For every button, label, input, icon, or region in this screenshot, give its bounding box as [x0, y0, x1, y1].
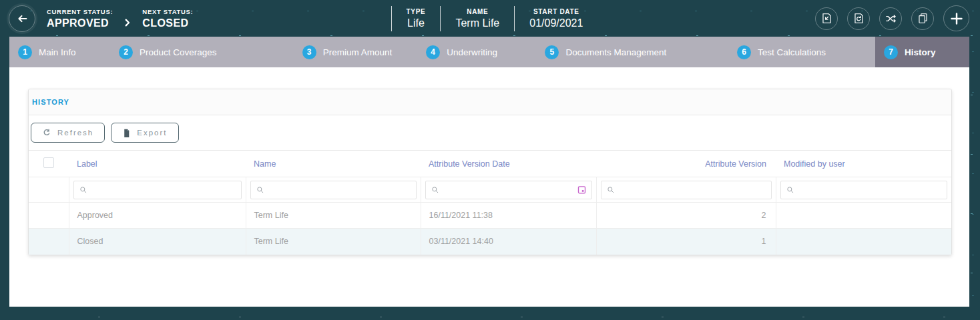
cell-label: Approved: [69, 203, 246, 229]
search-icon: [606, 185, 616, 195]
column-header-label[interactable]: Label: [69, 151, 246, 177]
refresh-button[interactable]: Refresh: [31, 123, 105, 143]
column-header-name[interactable]: Name: [246, 151, 421, 177]
tab-product-coverages[interactable]: 2 Product Coverages: [110, 37, 294, 67]
current-status: CURRENT STATUS: APPROVED: [47, 8, 113, 29]
refresh-icon: [42, 128, 51, 137]
cell-label: Closed: [69, 229, 246, 255]
filter-attribute-version-box: [601, 181, 772, 199]
current-status-label: CURRENT STATUS:: [47, 8, 113, 15]
name-label: NAME: [455, 8, 499, 15]
step-number-badge: 5: [545, 45, 559, 59]
step-number-badge: 4: [426, 45, 440, 59]
table-toolbar: Refresh Export: [29, 115, 951, 150]
copy-icon: [917, 12, 929, 25]
tab-underwriting[interactable]: 4 Underwriting: [417, 37, 536, 67]
save-icon: [820, 12, 833, 25]
filter-name-box: [250, 181, 417, 199]
export-button[interactable]: Export: [111, 123, 178, 143]
table-header-row: Label Name Attribute Version Date Attrib…: [29, 151, 951, 177]
top-status-bar: CURRENT STATUS: APPROVED NEXT STATUS: CL…: [0, 0, 980, 37]
tab-premium-amount[interactable]: 3 Premium Amount: [294, 37, 418, 67]
filter-date-input[interactable]: [445, 185, 572, 195]
cell-modified-by-user: [776, 229, 951, 255]
main-content: HISTORY Refresh Export: [9, 67, 969, 307]
shuffle-button[interactable]: [879, 7, 902, 30]
copy-button[interactable]: [911, 7, 934, 30]
shuffle-icon: [884, 12, 897, 25]
cell-name: Term Life: [246, 203, 421, 229]
next-status-label: NEXT STATUS:: [142, 8, 193, 15]
filter-label-box: [73, 181, 242, 199]
cell-attribute-version-date: 03/11/2021 14:40: [421, 229, 596, 255]
filter-attribute-version-input[interactable]: [620, 185, 766, 195]
search-icon: [431, 185, 440, 195]
tab-main-info[interactable]: 1 Main Info: [9, 37, 110, 67]
type-value: Life: [407, 17, 426, 29]
save-button[interactable]: [815, 7, 838, 30]
next-status: NEXT STATUS: CLOSED: [142, 8, 193, 29]
calendar-icon[interactable]: [577, 185, 587, 195]
wizard-tab-bar: 1 Main Info 2 Product Coverages 3 Premiu…: [9, 37, 969, 67]
chevron-right-icon: [122, 17, 133, 28]
add-icon: [949, 11, 965, 27]
cell-name: Term Life: [246, 229, 421, 255]
filter-modified-by-user-box: [780, 181, 948, 199]
tab-test-calculations[interactable]: 6 Test Calculations: [728, 37, 875, 67]
filter-modified-by-user-input[interactable]: [800, 185, 943, 195]
filter-date-box: [425, 181, 592, 199]
tab-documents-management[interactable]: 5 Documents Management: [536, 37, 728, 67]
back-arrow-icon: [15, 11, 29, 26]
panel-title: HISTORY: [32, 98, 69, 106]
select-all-checkbox[interactable]: [43, 157, 54, 168]
cell-attribute-version: 2: [596, 203, 776, 229]
start-date-value: 01/09/2021: [529, 17, 583, 29]
history-table: Label Name Attribute Version Date Attrib…: [29, 150, 951, 255]
step-number-badge: 1: [18, 45, 32, 59]
table-row[interactable]: Approved Term Life 16/11/2021 11:38 2: [29, 203, 951, 229]
cell-attribute-version-date: 16/11/2021 11:38: [421, 203, 596, 229]
save-reload-icon: [852, 12, 865, 25]
step-number-badge: 3: [302, 45, 316, 59]
column-header-attribute-version-date[interactable]: Attribute Version Date: [421, 151, 596, 177]
policy-type: TYPE Life: [392, 8, 441, 29]
filter-label-input[interactable]: [93, 185, 236, 195]
policy-start-date: START DATE 01/09/2021: [515, 8, 597, 29]
column-header-modified-by-user[interactable]: Modified by user: [776, 151, 951, 177]
table-row[interactable]: Closed Term Life 03/11/2021 14:40 1: [29, 229, 951, 255]
type-label: TYPE: [407, 8, 426, 15]
step-number-badge: 6: [737, 45, 751, 59]
save-reload-button[interactable]: [847, 7, 870, 30]
column-header-attribute-version[interactable]: Attribute Version: [596, 151, 776, 177]
status-flow: CURRENT STATUS: APPROVED NEXT STATUS: CL…: [47, 8, 193, 29]
search-icon: [256, 185, 265, 195]
name-value: Term Life: [455, 17, 499, 29]
panel-title-bar: HISTORY: [29, 89, 951, 115]
policy-info-group: TYPE Life NAME Term Life START DATE 01/0…: [391, 6, 598, 31]
search-icon: [786, 185, 795, 195]
start-date-label: START DATE: [529, 8, 583, 15]
back-button[interactable]: [9, 5, 35, 32]
document-icon: [122, 128, 131, 137]
add-button[interactable]: [943, 5, 969, 31]
cell-modified-by-user: [776, 203, 951, 229]
policy-name: NAME Term Life: [441, 8, 514, 29]
history-panel: HISTORY Refresh Export: [28, 89, 952, 255]
step-number-badge: 2: [119, 45, 133, 59]
cell-attribute-version: 1: [596, 229, 776, 255]
step-number-badge: 7: [884, 45, 898, 59]
table-filter-row: [29, 177, 951, 203]
current-status-value: APPROVED: [47, 17, 113, 29]
filter-name-input[interactable]: [270, 185, 411, 195]
tab-history[interactable]: 7 History: [875, 37, 969, 67]
search-icon: [79, 185, 88, 195]
header-action-icons: [815, 5, 969, 31]
next-status-value: CLOSED: [142, 17, 193, 29]
